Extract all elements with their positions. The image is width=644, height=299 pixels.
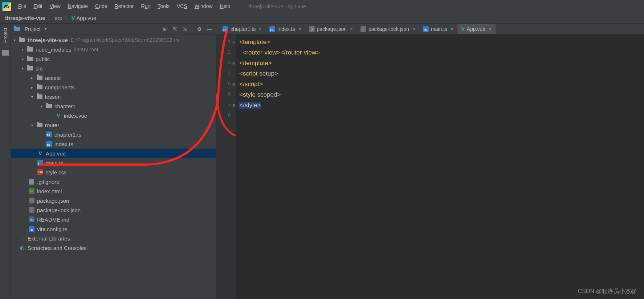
tree-root[interactable]: ▾ threejs-vite-vue D:\ProgramWorkSpace\W…: [11, 35, 216, 45]
breadcrumb-folder[interactable]: src: [55, 15, 62, 21]
tab-main-ts[interactable]: TS main.ts ✕: [419, 24, 457, 34]
project-panel: Project ▼ ⊕ ⇱ ⇲ ⚙ — ▾ threejs-vite-vue D…: [11, 24, 216, 299]
menu-vcs[interactable]: VCS: [173, 0, 191, 13]
ts-icon: TS: [46, 141, 52, 147]
tree-index-html[interactable]: H index.html: [11, 186, 216, 196]
tab-index-ts[interactable]: TS index.ts ✕: [266, 24, 305, 34]
tree-scratches[interactable]: ◐ Scratches and Consoles: [11, 243, 216, 252]
tree-src[interactable]: ▾ src: [11, 64, 216, 73]
project-tool-button[interactable]: Project: [3, 28, 8, 43]
chevron-down-icon[interactable]: ▾: [14, 38, 19, 42]
chevron-down-icon[interactable]: ▼: [44, 27, 48, 31]
locate-icon[interactable]: ⊕: [162, 26, 168, 32]
gear-icon[interactable]: ⚙: [196, 26, 203, 32]
tree-components[interactable]: ▸ components: [11, 82, 216, 92]
folder-icon: [19, 38, 25, 42]
tree-node-modules[interactable]: ▸ node_modules library root: [11, 45, 216, 54]
folder-icon: [36, 123, 43, 127]
tab-app-vue[interactable]: V App.vue ✕: [457, 24, 496, 34]
ts-icon: TS: [28, 226, 35, 232]
close-icon[interactable]: ✕: [412, 27, 416, 32]
chevron-right-icon[interactable]: ▸: [22, 57, 27, 61]
tree-label: lesson: [45, 94, 61, 100]
project-tree[interactable]: ▾ threejs-vite-vue D:\ProgramWorkSpace\W…: [11, 35, 216, 299]
line-number: 6: [216, 89, 236, 100]
editor-body[interactable]: 1⊟ 2 3⊟ 4 5⊟ 6 7⊟ 8 <template> <router-v…: [216, 35, 644, 299]
chevron-right-icon[interactable]: ▸: [22, 48, 27, 52]
tree-style-css[interactable]: CSS style.css: [11, 167, 216, 177]
chevron-down-icon[interactable]: ▾: [41, 104, 46, 108]
tab-label: package-lock.json: [368, 26, 409, 32]
tree-index-ts[interactable]: TS index.ts: [11, 139, 216, 149]
menu-code[interactable]: Code: [91, 0, 111, 13]
scratches-icon: ◐: [19, 245, 25, 251]
panel-title[interactable]: Project: [25, 26, 41, 32]
tree-label: .gitignore: [37, 179, 60, 185]
tree-label: vite.config.ts: [37, 226, 67, 232]
line-number: 1⊟: [216, 37, 236, 47]
close-icon[interactable]: ✕: [350, 27, 353, 32]
tree-index-vue[interactable]: V index.vue: [11, 111, 216, 120]
tree-assets[interactable]: ▸ assets: [11, 73, 216, 82]
tree-hint: library root: [74, 47, 98, 52]
tree-package-lock[interactable]: package-lock.json: [11, 205, 216, 215]
tree-chapter1-ts[interactable]: TS chapter1.ts: [11, 130, 216, 139]
tree-public[interactable]: ▸ public: [11, 54, 216, 64]
ts-icon: TS: [269, 26, 275, 32]
tab-chapter1-ts[interactable]: TS chapter1.ts ✕: [219, 24, 266, 34]
tree-label: threejs-vite-vue: [28, 37, 68, 43]
menu-edit[interactable]: Edit: [30, 0, 46, 13]
chevron-down-icon[interactable]: ▾: [31, 123, 36, 127]
tree-gitignore[interactable]: .gitignore: [11, 177, 216, 186]
hide-icon[interactable]: —: [206, 26, 213, 32]
json-icon: [28, 207, 35, 213]
menu-help[interactable]: Help: [216, 0, 234, 13]
breadcrumb-root[interactable]: threejs-vite-vue: [5, 15, 45, 21]
menu-navigate[interactable]: Navigate: [64, 0, 91, 13]
expand-all-icon[interactable]: ⇱: [172, 26, 178, 32]
tree-chapter1[interactable]: ▾ chapter1: [11, 101, 216, 111]
tree-readme[interactable]: MD README.md: [11, 215, 216, 224]
fold-icon[interactable]: ⊟: [232, 100, 235, 110]
menu-refactor[interactable]: Refactor: [111, 0, 138, 13]
close-icon[interactable]: ✕: [298, 27, 302, 32]
menu-window[interactable]: Window: [191, 0, 216, 13]
collapse-all-icon[interactable]: ⇲: [182, 26, 188, 32]
fold-icon[interactable]: ⊟: [232, 79, 235, 89]
app-logo-icon: WS: [2, 2, 11, 11]
chevron-down-icon[interactable]: ▾: [22, 66, 27, 70]
tree-label: App.vue: [46, 150, 66, 157]
folder-icon: [46, 104, 52, 108]
folder-icon: [27, 66, 33, 70]
menu-run[interactable]: Run: [138, 0, 154, 13]
fold-icon[interactable]: ⊟: [232, 58, 235, 68]
menu-tools[interactable]: Tools: [154, 0, 173, 13]
tree-vite-config[interactable]: TS vite.config.ts: [11, 224, 216, 234]
chevron-down-icon[interactable]: ▾: [31, 95, 36, 99]
tree-external-libs[interactable]: ⫼ External Libraries: [11, 234, 216, 243]
menu-file[interactable]: File: [15, 0, 30, 13]
close-icon[interactable]: ✕: [450, 27, 454, 32]
tree-app-vue[interactable]: V App.vue: [11, 149, 216, 158]
chevron-right-icon[interactable]: ▸: [31, 76, 36, 80]
tree-package-json[interactable]: package.json: [11, 196, 216, 205]
fold-icon[interactable]: ⊟: [232, 37, 235, 47]
tab-package-lock[interactable]: package-lock.json ✕: [357, 24, 419, 34]
tree-main-ts[interactable]: TS main.ts: [11, 158, 216, 167]
close-icon[interactable]: ✕: [488, 27, 492, 32]
ts-icon: TS: [423, 26, 429, 32]
tree-label: src: [36, 65, 43, 72]
bookmarks-icon[interactable]: [2, 50, 9, 56]
ts-icon: TS: [46, 132, 52, 137]
tree-router[interactable]: ▾ router: [11, 120, 216, 130]
close-icon[interactable]: ✕: [258, 27, 262, 32]
code-area[interactable]: <template> <router-view></router-view> <…: [236, 35, 644, 299]
chevron-right-icon[interactable]: ▸: [31, 85, 36, 89]
menu-view[interactable]: View: [46, 0, 64, 13]
vue-icon: V: [72, 15, 75, 21]
breadcrumb-file[interactable]: V App.vue: [72, 15, 96, 21]
tab-package-json[interactable]: package.json ✕: [305, 24, 357, 34]
line-number: 5⊟: [216, 79, 236, 89]
tree-path: D:\ProgramWorkSpace\WebStorm\20230902-th…: [71, 37, 180, 43]
tree-lesson[interactable]: ▾ lesson: [11, 92, 216, 101]
